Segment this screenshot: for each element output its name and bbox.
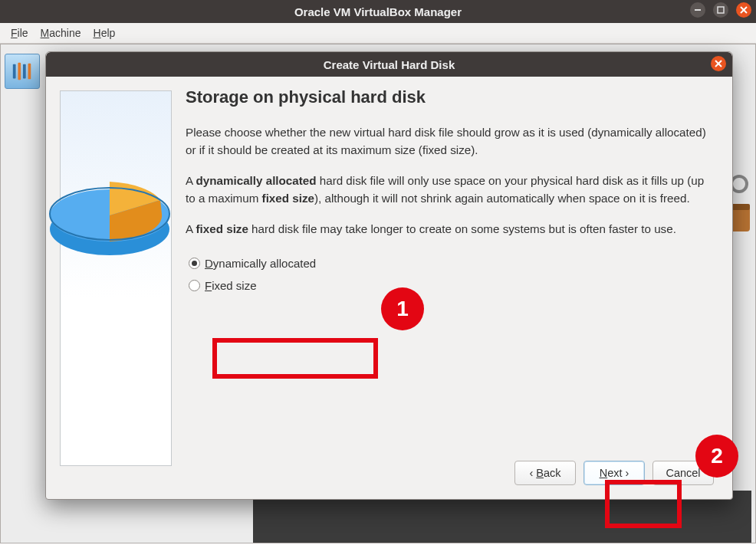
chevron-left-icon: ‹ (529, 467, 533, 479)
svg-point-10 (731, 176, 747, 192)
window-title: Oracle VM VirtualBox Manager (0, 5, 756, 18)
svg-rect-7 (28, 64, 31, 80)
radio-indicator-icon (189, 258, 200, 269)
close-button[interactable] (736, 2, 751, 18)
wizard-side-image (60, 90, 172, 466)
annotation-box-2 (605, 480, 682, 528)
menu-file[interactable]: File (6, 25, 33, 41)
menu-help[interactable]: Help (89, 25, 120, 41)
svg-rect-1 (718, 7, 724, 13)
menubar: File Machine Help (0, 23, 756, 44)
dialog-heading: Storage on physical hard disk (186, 87, 714, 107)
svg-rect-4 (13, 64, 16, 79)
dialog-content: Storage on physical hard disk Please cho… (186, 87, 714, 445)
storage-type-radio-group: Dynamically allocated Fixed size (186, 252, 714, 297)
svg-rect-5 (18, 63, 21, 80)
annotation-box-1 (212, 338, 378, 379)
annotation-marker-1: 1 (381, 287, 424, 330)
radio-label: Fixed size (205, 279, 257, 292)
dialog-close-button[interactable] (711, 56, 726, 71)
dialog-paragraph-3: A fixed size hard disk file may take lon… (186, 221, 714, 238)
dialog-title: Create Virtual Hard Disk (46, 58, 732, 71)
toolbar-tools-icon[interactable] (5, 54, 40, 89)
minimize-button[interactable] (690, 2, 705, 18)
dialog-paragraph-1: Please choose whether the new virtual ha… (186, 124, 714, 159)
menu-machine[interactable]: Machine (36, 25, 86, 41)
annotation-marker-2: 2 (695, 435, 738, 478)
titlebar: Oracle VM VirtualBox Manager (0, 0, 756, 23)
radio-label: Dynamically allocated (205, 257, 316, 270)
chevron-right-icon: › (625, 467, 629, 479)
dialog-titlebar: Create Virtual Hard Disk (46, 52, 732, 77)
radio-fixed-size[interactable]: Fixed size (186, 274, 714, 297)
dialog-paragraph-2: A dynamically allocated hard disk file w… (186, 172, 714, 207)
back-button[interactable]: ‹ Back (514, 461, 576, 485)
window-controls (690, 2, 751, 18)
radio-indicator-icon (189, 280, 200, 291)
dialog-body: Storage on physical hard disk Please cho… (46, 77, 732, 499)
svg-rect-6 (23, 64, 26, 79)
maximize-button[interactable] (713, 2, 728, 18)
create-virtual-hard-disk-dialog: Create Virtual Hard Disk Storage on phys… (45, 51, 733, 500)
radio-dynamically-allocated[interactable]: Dynamically allocated (186, 252, 714, 274)
